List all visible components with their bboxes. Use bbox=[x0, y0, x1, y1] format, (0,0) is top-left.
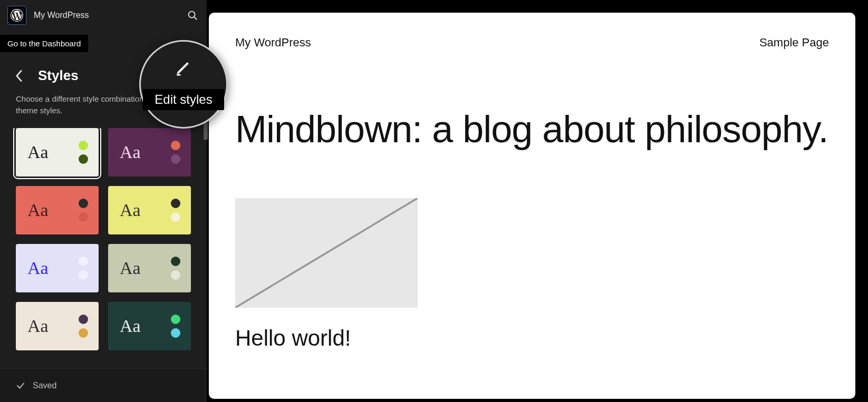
swatch-sample-text: Aa bbox=[27, 258, 49, 278]
svg-point-1 bbox=[189, 12, 195, 18]
preview-nav-link[interactable]: Sample Page bbox=[759, 36, 829, 50]
pencil-icon bbox=[175, 58, 192, 76]
swatch-color-dots bbox=[79, 315, 88, 338]
panel-title: Styles bbox=[38, 67, 79, 84]
svg-rect-3 bbox=[177, 74, 180, 76]
site-title: My WordPress bbox=[34, 11, 178, 20]
preview-post-title[interactable]: Hello world! bbox=[235, 326, 829, 351]
swatch-sample-text: Aa bbox=[27, 316, 49, 336]
search-icon bbox=[187, 9, 198, 21]
style-swatch-2[interactable]: Aa bbox=[16, 186, 99, 234]
check-icon bbox=[16, 381, 25, 390]
swatch-color-dots bbox=[79, 257, 88, 280]
swatch-sample-text: Aa bbox=[120, 200, 141, 220]
swatch-sample-text: Aa bbox=[27, 200, 49, 220]
preview-site-header: My WordPress Sample Page bbox=[235, 36, 829, 50]
edit-styles-magnifier: Edit styles bbox=[139, 40, 228, 129]
swatch-color-dots bbox=[79, 199, 88, 222]
swatch-color-dots bbox=[79, 141, 88, 164]
preview-featured-image-placeholder bbox=[235, 198, 418, 308]
style-swatch-1[interactable]: Aa bbox=[108, 128, 191, 177]
swatch-sample-text: Aa bbox=[120, 258, 141, 278]
sidebar-footer: Saved bbox=[0, 368, 207, 402]
style-swatch-5[interactable]: Aa bbox=[108, 244, 191, 292]
style-swatch-3[interactable]: Aa bbox=[108, 186, 191, 234]
swatch-color-dots bbox=[171, 141, 180, 164]
swatch-sample-text: Aa bbox=[120, 142, 141, 162]
svg-line-2 bbox=[194, 17, 197, 19]
back-button[interactable] bbox=[12, 68, 26, 83]
search-button[interactable] bbox=[186, 8, 199, 22]
swatch-sample-text: Aa bbox=[27, 142, 49, 162]
wordpress-icon bbox=[10, 8, 24, 22]
style-swatch-7[interactable]: Aa bbox=[108, 302, 191, 350]
edit-styles-tooltip: Edit styles bbox=[143, 89, 224, 110]
save-status: Saved bbox=[33, 381, 56, 390]
style-swatch-grid: AaAaAaAaAaAaAaAa bbox=[0, 128, 207, 350]
preview-hero-heading: Mindblown: a blog about philosophy. bbox=[235, 107, 829, 151]
style-swatch-0[interactable]: Aa bbox=[16, 128, 99, 177]
swatch-color-dots bbox=[171, 199, 180, 222]
site-preview-canvas[interactable]: My WordPress Sample Page Mindblown: a bl… bbox=[209, 13, 855, 399]
preview-site-brand[interactable]: My WordPress bbox=[235, 36, 311, 50]
swatch-sample-text: Aa bbox=[120, 316, 141, 336]
style-swatch-4[interactable]: Aa bbox=[16, 244, 99, 292]
chevron-left-icon bbox=[15, 70, 23, 82]
swatch-color-dots bbox=[171, 257, 180, 280]
swatch-color-dots bbox=[171, 315, 180, 338]
dashboard-tooltip: Go to the Dashboard bbox=[0, 35, 88, 52]
wordpress-logo-button[interactable] bbox=[7, 6, 26, 25]
sidebar-header: My WordPress bbox=[0, 0, 207, 31]
style-swatch-6[interactable]: Aa bbox=[16, 302, 99, 350]
